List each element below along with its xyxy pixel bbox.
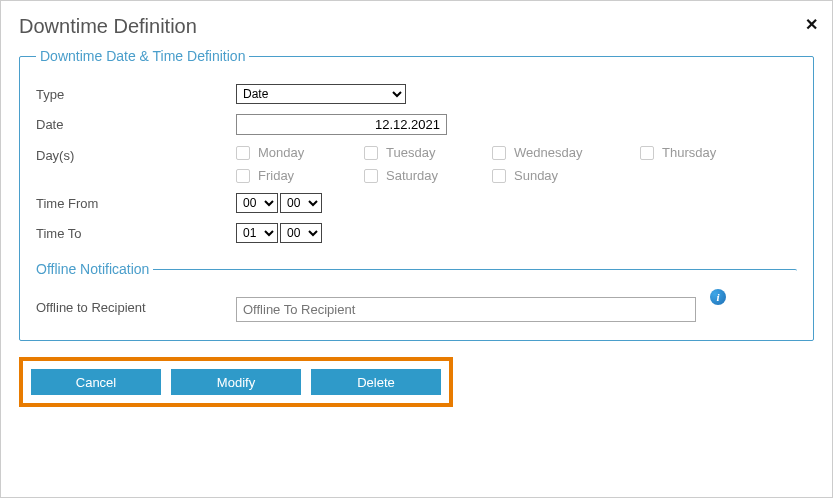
checkbox-icon[interactable] xyxy=(236,169,250,183)
offline-legend: Offline Notification xyxy=(36,261,153,277)
time-from-min[interactable]: 00 xyxy=(280,193,322,213)
day-sunday[interactable]: Sunday xyxy=(492,168,632,183)
modify-button[interactable]: Modify xyxy=(171,369,301,395)
time-to-hour[interactable]: 01 xyxy=(236,223,278,243)
day-monday[interactable]: Monday xyxy=(236,145,356,160)
days-label: Day(s) xyxy=(36,145,236,163)
close-icon[interactable]: ✕ xyxy=(805,15,818,34)
checkbox-icon[interactable] xyxy=(364,169,378,183)
checkbox-icon[interactable] xyxy=(364,146,378,160)
day-saturday[interactable]: Saturday xyxy=(364,168,484,183)
info-icon[interactable]: i xyxy=(710,289,726,305)
recipient-input[interactable] xyxy=(236,297,696,322)
dialog-title: Downtime Definition xyxy=(19,15,814,38)
days-grid: Monday Tuesday Wednesday Thursday Friday… xyxy=(236,145,797,183)
time-from-label: Time From xyxy=(36,193,236,211)
offline-fieldset: Offline Notification Offline to Recipien… xyxy=(36,261,797,330)
checkbox-icon[interactable] xyxy=(492,146,506,160)
day-tuesday[interactable]: Tuesday xyxy=(364,145,484,160)
checkbox-icon[interactable] xyxy=(492,169,506,183)
datetime-legend: Downtime Date & Time Definition xyxy=(36,48,249,64)
time-to-min[interactable]: 00 xyxy=(280,223,322,243)
time-from-hour[interactable]: 00 xyxy=(236,193,278,213)
day-friday[interactable]: Friday xyxy=(236,168,356,183)
datetime-fieldset: Downtime Date & Time Definition Type Dat… xyxy=(19,48,814,341)
delete-button[interactable]: Delete xyxy=(311,369,441,395)
type-select[interactable]: Date xyxy=(236,84,406,104)
time-to-label: Time To xyxy=(36,223,236,241)
checkbox-icon[interactable] xyxy=(236,146,250,160)
day-thursday[interactable]: Thursday xyxy=(640,145,760,160)
type-label: Type xyxy=(36,84,236,102)
date-input[interactable] xyxy=(236,114,447,135)
button-bar-highlight: Cancel Modify Delete xyxy=(19,357,453,407)
downtime-definition-dialog: Downtime Definition ✕ Downtime Date & Ti… xyxy=(0,0,833,498)
recipient-label: Offline to Recipient xyxy=(36,297,236,315)
checkbox-icon[interactable] xyxy=(640,146,654,160)
day-wednesday[interactable]: Wednesday xyxy=(492,145,632,160)
date-label: Date xyxy=(36,114,236,132)
cancel-button[interactable]: Cancel xyxy=(31,369,161,395)
